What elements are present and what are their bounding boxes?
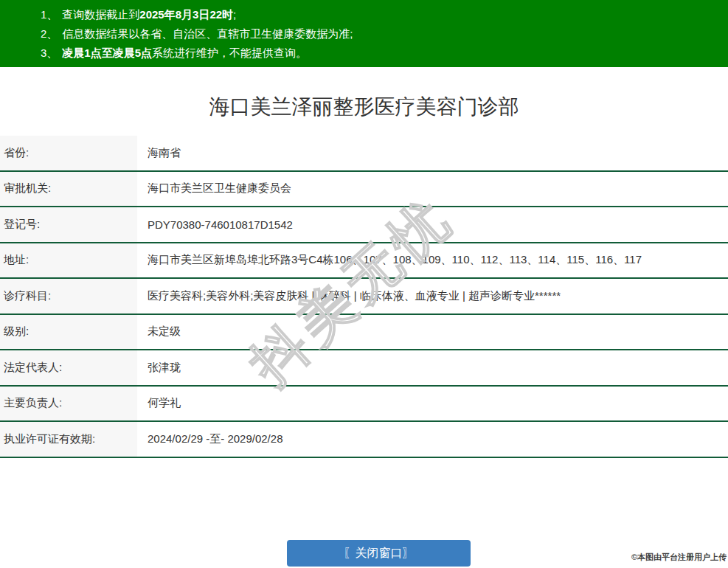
notice-banner: 1、查询数据截止到2025年8月3日22时; 2、信息数据结果以各省、自治区、直… xyxy=(0,0,728,67)
notice-number: 3、 xyxy=(41,46,58,59)
row-value: 何学礼 xyxy=(137,387,728,421)
table-row-license-validity: 执业许可证有效期: 2024/02/29 -至- 2029/02/28 xyxy=(0,422,728,458)
row-value: 2024/02/29 -至- 2029/02/28 xyxy=(137,422,728,457)
row-label: 级别: xyxy=(0,315,137,350)
close-window-button[interactable]: 〖关闭窗口〗 xyxy=(287,540,471,567)
row-label: 地址: xyxy=(0,243,137,278)
row-label: 省份: xyxy=(0,136,137,170)
row-value: 张津珑 xyxy=(137,350,728,385)
row-label: 诊疗科目: xyxy=(0,279,137,314)
row-value: 海口市美兰区卫生健康委员会 xyxy=(137,172,728,207)
notice-line-2: 2、信息数据结果以各省、自治区、直辖市卫生健康委数据为准; xyxy=(41,24,721,44)
table-row-principal: 主要负责人: 何学礼 xyxy=(0,387,728,423)
table-row-address: 地址: 海口市美兰区新埠岛埠北环路3号C4栋106、107、108、109、11… xyxy=(0,243,728,280)
row-value: PDY70380-746010817D1542 xyxy=(137,207,728,242)
table-row-approval-authority: 审批机关: 海口市美兰区卫生健康委员会 xyxy=(0,172,728,208)
notice-text: 查询数据截止到 xyxy=(62,8,139,21)
notice-number: 1、 xyxy=(41,8,58,21)
row-label: 审批机关: xyxy=(0,172,137,207)
notice-text: ; xyxy=(233,8,236,21)
row-value: 海口市美兰区新埠岛埠北环路3号C4栋106、107、108、109、110、11… xyxy=(137,243,728,278)
row-label: 登记号: xyxy=(0,207,137,242)
row-label: 法定代表人: xyxy=(0,350,137,385)
table-row-registration-number: 登记号: PDY70380-746010817D1542 xyxy=(0,207,728,243)
table-row-clinical-departments: 诊疗科目: 医疗美容科;美容外科;美容皮肤科 | 麻醉科 | 临床体液、血液专业… xyxy=(0,279,728,315)
table-row-legal-representative: 法定代表人: 张津珑 xyxy=(0,350,728,387)
row-value: 海南省 xyxy=(137,136,728,170)
row-label: 执业许可证有效期: xyxy=(0,422,137,457)
notice-number: 2、 xyxy=(41,27,58,40)
notice-text-bold: 凌晨1点至凌晨5点 xyxy=(62,46,152,59)
row-label: 主要负责人: xyxy=(0,387,137,421)
table-row-province: 省份: 海南省 xyxy=(0,136,728,172)
page-title: 海口美兰泽丽整形医疗美容门诊部 xyxy=(0,67,728,120)
notice-line-1: 1、查询数据截止到2025年8月3日22时; xyxy=(41,5,721,24)
row-value: 未定级 xyxy=(137,315,728,350)
table-row-level: 级别: 未定级 xyxy=(0,315,728,351)
notice-line-3: 3、凌晨1点至凌晨5点系统进行维护，不能提供查询。 xyxy=(41,44,721,63)
notice-text: 系统进行维护，不能提供查询。 xyxy=(152,46,307,59)
notice-text: 信息数据结果以各省、自治区、直辖市卫生健康委数据为准; xyxy=(62,27,353,40)
info-table: 省份: 海南省 审批机关: 海口市美兰区卫生健康委员会 登记号: PDY7038… xyxy=(0,136,728,458)
license-query-page: 1、查询数据截止到2025年8月3日22时; 2、信息数据结果以各省、自治区、直… xyxy=(0,0,728,568)
notice-text-bold: 2025年8月3日22时 xyxy=(139,8,233,21)
row-value: 医疗美容科;美容外科;美容皮肤科 | 麻醉科 | 临床体液、血液专业 | 超声诊… xyxy=(137,279,728,314)
image-credit-note: ©本图由平台注册用户上传 xyxy=(631,552,727,563)
